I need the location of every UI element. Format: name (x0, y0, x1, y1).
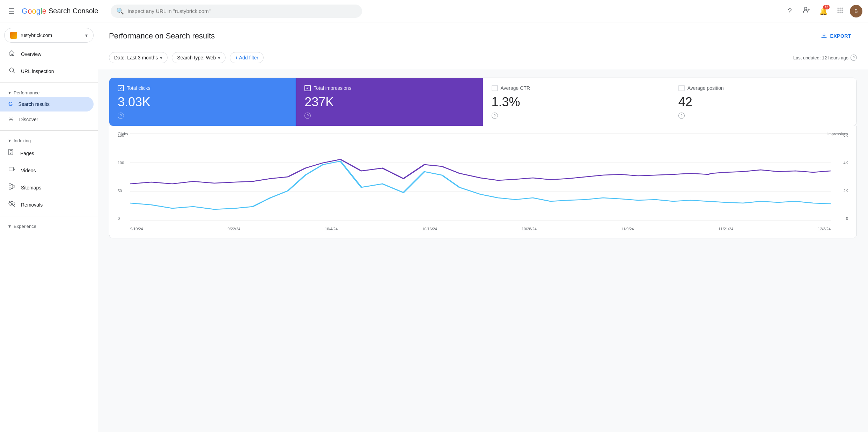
help-icon: ? (788, 7, 792, 15)
date-filter-label: Date: Last 3 months (114, 55, 158, 60)
y-tick: 4K (844, 161, 848, 165)
export-button[interactable]: EXPORT (815, 29, 857, 42)
videos-icon (8, 166, 15, 175)
notifications-button[interactable]: 🔔 72 (816, 4, 830, 18)
help-icon[interactable]: ? (118, 113, 124, 119)
removals-icon (8, 200, 15, 209)
metrics-cards: Total clicks 3.03K ? Total impressions 2… (109, 78, 857, 126)
svg-rect-15 (9, 188, 11, 189)
download-icon (821, 32, 827, 39)
add-filter-button[interactable]: + Add filter (230, 52, 264, 63)
sidebar-item-label: Discover (19, 117, 38, 122)
help-button[interactable]: ? (783, 4, 797, 18)
add-filter-label: + Add filter (235, 55, 258, 60)
sidebar-item-pages[interactable]: Pages (0, 145, 94, 162)
sidebar-item-label: Pages (20, 151, 34, 156)
menu-icon[interactable]: ☰ (6, 4, 17, 18)
content-area: Performance on Search results EXPORT Dat… (98, 22, 868, 432)
metric-card-total-impressions[interactable]: Total impressions 237K ? (296, 78, 483, 126)
pages-icon (8, 149, 15, 158)
sidebar-item-videos[interactable]: Videos (0, 162, 94, 179)
sitemaps-icon (8, 183, 15, 192)
apps-button[interactable] (833, 4, 847, 18)
svg-point-3 (841, 8, 843, 9)
y-tick: 50 (118, 189, 124, 193)
notification-badge: 72 (823, 5, 830, 9)
last-updated: Last updated: 12 hours ago ? (793, 55, 857, 61)
section-label: Experience (14, 224, 36, 229)
sidebar-item-label: Removals (21, 202, 43, 208)
x-tick: 11/21/24 (718, 227, 733, 231)
metric-card-average-position[interactable]: Average position 42 ? (670, 78, 856, 126)
sidebar-item-discover[interactable]: ✳ Discover (0, 111, 94, 128)
topbar: ☰ Google Search Console 🔍 ? 🔔 72 (0, 0, 868, 22)
page-title: Performance on Search results (109, 31, 215, 41)
dropdown-icon: ▾ (218, 55, 220, 60)
svg-point-5 (839, 9, 840, 10)
avatar[interactable]: B (850, 5, 862, 17)
y-tick: 6K (844, 133, 848, 137)
filter-bar: Date: Last 3 months ▾ Search type: Web ▾… (98, 48, 868, 69)
section-label: Performance (14, 90, 39, 95)
sidebar-item-url-inspection[interactable]: URL inspection (0, 63, 94, 80)
svg-point-8 (839, 12, 840, 13)
date-filter[interactable]: Date: Last 3 months ▾ (109, 52, 168, 63)
x-axis: 9/10/24 9/22/24 10/4/24 10/16/24 10/28/2… (130, 227, 831, 231)
help-icon[interactable]: ? (678, 113, 685, 119)
svg-rect-14 (13, 186, 15, 187)
property-selector[interactable]: rustybrick.com ▾ (4, 28, 94, 43)
chart-svg (130, 133, 831, 221)
help-icon[interactable]: ? (851, 55, 857, 61)
metric-value: 42 (678, 95, 848, 109)
manage-users-icon (803, 6, 810, 16)
help-icon[interactable]: ? (304, 113, 311, 119)
metric-card-total-clicks[interactable]: Total clicks 3.03K ? (109, 78, 296, 126)
x-tick: 10/28/24 (522, 227, 537, 231)
property-icon (10, 32, 17, 39)
sidebar-item-label: Videos (21, 168, 36, 173)
search-type-filter[interactable]: Search type: Web ▾ (172, 52, 226, 63)
x-tick: 10/4/24 (325, 227, 338, 231)
chart-area (130, 133, 831, 221)
logo: Google Search Console (22, 7, 98, 16)
search-icon (8, 67, 15, 75)
metric-card-average-ctr[interactable]: Average CTR 1.3% ? (483, 78, 670, 126)
sidebar-item-search-results[interactable]: G Search results (0, 97, 94, 111)
svg-rect-13 (9, 184, 11, 185)
y-axis-left: 150 100 50 0 (118, 133, 124, 221)
y-tick: 0 (844, 216, 848, 221)
section-label: Indexing (14, 138, 31, 143)
metric-checkbox[interactable] (678, 85, 685, 91)
property-name: rustybrick.com (21, 33, 82, 38)
search-bar[interactable]: 🔍 (111, 5, 362, 18)
help-icon[interactable]: ? (492, 113, 498, 119)
x-tick: 12/3/24 (818, 227, 831, 231)
metric-label: Average position (687, 85, 724, 91)
last-updated-text: Last updated: 12 hours ago (793, 55, 848, 60)
search-icon: 🔍 (116, 7, 124, 15)
section-header-experience[interactable]: ▾ Experience (0, 219, 98, 230)
sidebar-item-removals[interactable]: Removals (0, 196, 94, 213)
sidebar-item-overview[interactable]: Overview (0, 45, 94, 63)
sidebar-divider-2 (0, 130, 98, 131)
chevron-down-icon: ▾ (8, 138, 11, 143)
section-header-indexing[interactable]: ▾ Indexing (0, 134, 98, 145)
discover-icon: ✳ (8, 116, 14, 123)
manage-users-button[interactable] (800, 4, 814, 18)
chevron-down-icon: ▾ (8, 90, 11, 95)
google-wordmark: Google (22, 7, 46, 16)
metric-value: 237K (304, 95, 474, 109)
x-tick: 9/22/24 (228, 227, 241, 231)
sidebar-item-label: URL inspection (21, 69, 54, 74)
search-input[interactable] (127, 8, 356, 14)
metric-label: Total clicks (127, 85, 150, 91)
topbar-actions: ? 🔔 72 B (783, 4, 862, 18)
sidebar-divider-3 (0, 216, 98, 216)
metric-checkbox[interactable] (304, 85, 311, 91)
metric-checkbox[interactable] (118, 85, 124, 91)
sidebar-item-sitemaps[interactable]: Sitemaps (0, 179, 94, 196)
svg-point-6 (841, 9, 843, 10)
property-dropdown-icon: ▾ (85, 33, 88, 38)
section-header-performance[interactable]: ▾ Performance (0, 86, 98, 97)
metric-checkbox[interactable] (492, 85, 498, 91)
